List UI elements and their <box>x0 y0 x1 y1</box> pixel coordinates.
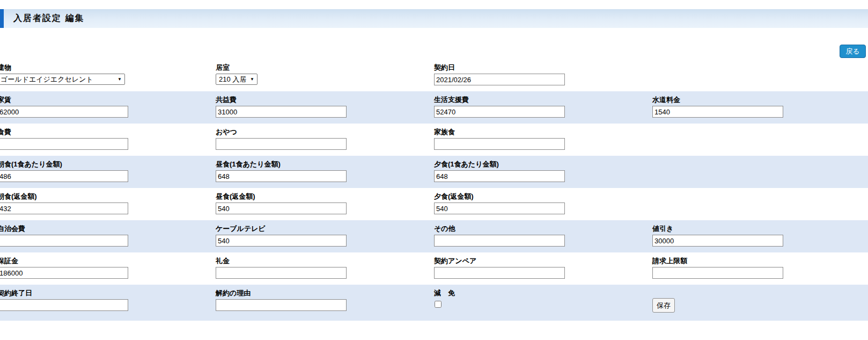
breakfast-refund-label: 朝食(返金額) <box>0 192 216 201</box>
dinner-per-meal-label: 夕食(1食あたり金額) <box>434 160 652 169</box>
deposit-field: 保証金 <box>0 252 216 285</box>
dinner-per-meal-field: 夕食(1食あたり金額) <box>434 156 652 188</box>
food-expense-field: 食費 <box>0 124 216 156</box>
contract-end-date-control-line <box>0 299 216 313</box>
living-support-fee-input[interactable] <box>434 106 565 118</box>
other-input[interactable] <box>434 235 565 247</box>
deposit-control-line <box>0 267 216 281</box>
form-row: 自治会費ケーブルテレビその他値引き <box>0 220 868 252</box>
exemption-label: 減 免 <box>434 288 652 298</box>
rent-field: 家賃 <box>0 91 216 124</box>
breakfast-refund-input[interactable] <box>0 202 128 214</box>
exemption-checkbox[interactable] <box>435 301 442 308</box>
form-row: 保証金礼金契約アンペア請求上限額 <box>0 252 868 285</box>
save-button[interactable]: 保存 <box>652 298 675 313</box>
dinner-refund-input[interactable] <box>434 202 565 214</box>
room-control-line: 210 入居▼ <box>216 74 434 88</box>
contract-date-control-line <box>434 74 652 88</box>
breakfast-refund-field: 朝食(返金額) <box>0 188 216 220</box>
cancellation-reason-input[interactable] <box>216 299 347 311</box>
lunch-per-meal-input[interactable] <box>216 170 347 182</box>
contract-ampere-label: 契約アンペア <box>434 256 652 265</box>
living-support-fee-control-line <box>434 106 652 120</box>
lunch-refund-input[interactable] <box>216 202 347 214</box>
dinner-refund-control-line <box>434 202 652 216</box>
breakfast-per-meal-control-line <box>0 170 216 184</box>
cancellation-reason-label: 解約の理由 <box>216 288 434 298</box>
cable-tv-label: ケーブルテレビ <box>216 224 434 233</box>
water-fee-input[interactable] <box>652 106 783 118</box>
save-label <box>652 288 868 298</box>
contract-end-date-input[interactable] <box>0 299 128 311</box>
cable-tv-input[interactable] <box>216 235 347 247</box>
neighborhood-association-fee-control-line <box>0 235 216 249</box>
contract-date-label: 契約日 <box>434 63 652 72</box>
neighborhood-association-fee-input[interactable] <box>0 235 128 247</box>
room-select[interactable]: 210 入居▼ <box>216 74 258 85</box>
building-field: 建物ゴールドエイジエクセレント▼ <box>0 59 216 91</box>
key-money-input[interactable] <box>216 267 347 279</box>
page-title: 入居者設定 編集 <box>4 13 84 24</box>
deposit-input[interactable] <box>0 267 128 279</box>
deposit-label: 保証金 <box>0 256 216 265</box>
lunch-refund-control-line <box>216 202 434 216</box>
lunch-refund-field: 昼食(返金額) <box>216 188 434 220</box>
cable-tv-control-line <box>216 235 434 249</box>
breakfast-per-meal-input[interactable] <box>0 170 128 182</box>
contract-ampere-field: 契約アンペア <box>434 252 652 285</box>
exemption-control-line <box>434 299 652 313</box>
common-service-fee-input[interactable] <box>216 106 347 118</box>
room-select-value: 210 入居 <box>219 75 246 84</box>
contract-end-date-field: 契約終了日 <box>0 285 216 321</box>
dinner-per-meal-control-line <box>434 170 652 184</box>
common-service-fee-label: 共益費 <box>216 95 434 104</box>
save-field: 保存 <box>652 285 868 321</box>
food-expense-input[interactable] <box>0 138 128 150</box>
breakfast-per-meal-label: 朝食(1食あたり金額) <box>0 160 216 169</box>
food-expense-label: 食費 <box>0 127 216 136</box>
form-row: 建物ゴールドエイジエクセレント▼居室210 入居▼契約日 <box>0 59 868 91</box>
billing-limit-input[interactable] <box>652 267 783 279</box>
billing-limit-field: 請求上限額 <box>652 252 868 285</box>
discount-label: 値引き <box>652 224 868 233</box>
common-service-fee-field: 共益費 <box>216 91 434 124</box>
snack-field: おやつ <box>216 124 434 156</box>
building-control-line: ゴールドエイジエクセレント▼ <box>0 74 216 88</box>
discount-input[interactable] <box>652 235 783 247</box>
other-label: その他 <box>434 224 652 233</box>
room-field: 居室210 入居▼ <box>216 59 434 91</box>
key-money-label: 礼金 <box>216 256 434 265</box>
dinner-per-meal-input[interactable] <box>434 170 565 182</box>
family-meal-label: 家族食 <box>434 127 652 136</box>
contract-ampere-input[interactable] <box>434 267 565 279</box>
back-button[interactable]: 戻る <box>840 45 866 58</box>
water-fee-field: 水道料金 <box>652 91 868 124</box>
lunch-refund-label: 昼食(返金額) <box>216 192 434 201</box>
family-meal-control-line <box>434 138 652 152</box>
form-row: 契約終了日解約の理由減 免保存 <box>0 285 868 321</box>
cable-tv-field: ケーブルテレビ <box>216 220 434 252</box>
save-control-line: 保存 <box>652 299 868 313</box>
building-select[interactable]: ゴールドエイジエクセレント▼ <box>0 74 125 85</box>
room-label: 居室 <box>216 63 434 72</box>
contract-date-input[interactable] <box>434 74 565 85</box>
building-select-value: ゴールドエイジエクセレント <box>1 75 93 84</box>
other-field: その他 <box>434 220 652 252</box>
key-money-field: 礼金 <box>216 252 434 285</box>
family-meal-input[interactable] <box>434 138 565 150</box>
discount-control-line <box>652 235 868 249</box>
billing-limit-label: 請求上限額 <box>652 256 868 265</box>
contract-ampere-control-line <box>434 267 652 281</box>
snack-input[interactable] <box>216 138 347 150</box>
dinner-refund-field: 夕食(返金額) <box>434 188 652 220</box>
other-control-line <box>434 235 652 249</box>
resident-settings-form: 建物ゴールドエイジエクセレント▼居室210 入居▼契約日家賃共益費生活支援費水道… <box>0 59 868 321</box>
rent-label: 家賃 <box>0 95 216 104</box>
dinner-refund-label: 夕食(返金額) <box>434 192 652 201</box>
food-expense-control-line <box>0 138 216 152</box>
rent-input[interactable] <box>0 106 128 118</box>
lunch-per-meal-control-line <box>216 170 434 184</box>
form-row: 食費おやつ家族食 <box>0 124 868 156</box>
snack-label: おやつ <box>216 127 434 136</box>
neighborhood-association-fee-label: 自治会費 <box>0 224 216 233</box>
